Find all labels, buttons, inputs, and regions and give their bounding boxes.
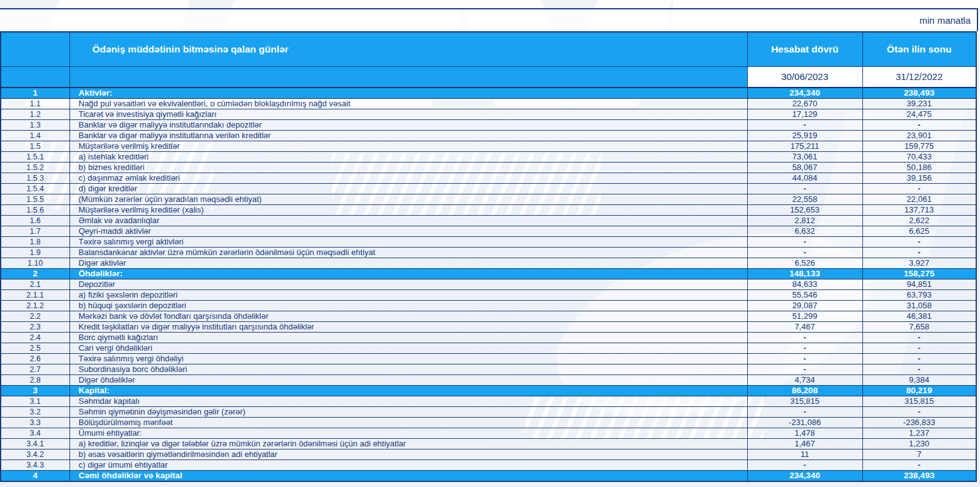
row-value-current: - [747, 343, 862, 354]
row-number: 1.5.6 [1, 205, 69, 216]
row-label: Depozitlər [69, 279, 747, 290]
row-value-current: - [747, 120, 862, 131]
row-value-previous: 31,058 [862, 301, 976, 311]
row-number: 1.4 [1, 131, 69, 141]
row-label: b) biznes kreditləri [69, 163, 747, 173]
row-label: Banklar və digər maliyyə institutlarında… [69, 120, 747, 131]
table-row: 2.7Subordinasiya borc öhdəlikləri-- [1, 364, 976, 375]
table-row: 3.2Səhmin qiymətinin dəyişməsindən gəlir… [1, 407, 976, 418]
row-value-current: 6,526 [747, 258, 862, 269]
row-number: 1.8 [1, 237, 69, 248]
row-value-current: 7,467 [747, 322, 862, 333]
row-value-current: - [747, 364, 862, 375]
header-cell-current-period: Hesabat dövrü [747, 32, 862, 66]
row-number: 3.2 [1, 407, 69, 418]
table-row: 1.5.1a) istehlak kreditləri73,06170,433 [1, 152, 976, 163]
row-number: 2 [1, 269, 69, 279]
row-value-previous: 2,622 [862, 216, 976, 226]
row-value-previous: - [862, 333, 976, 343]
row-value-previous: 158,275 [862, 269, 976, 279]
table-row: 2.1.2b) hüquqi şəxslərin depozitləri29,0… [1, 301, 976, 311]
row-label: (Mümkün zərərlər üçün yaradılan məqsədli… [69, 194, 747, 205]
row-value-previous: 7 [862, 449, 976, 460]
row-value-current: - [747, 354, 862, 364]
row-number: 1.5.3 [1, 173, 69, 184]
row-value-previous: - [862, 120, 976, 131]
row-label: Digər aktivlər [69, 258, 747, 269]
table-row: 3.4.3c) digər ümumi ehtiyatlar-- [1, 460, 976, 471]
row-value-current: 2,812 [747, 216, 862, 226]
table-row: 2.1Depozitlər84,63394,851 [1, 279, 976, 290]
row-label: Ticarət və investisiya qiymətli kağızlar… [69, 109, 747, 120]
row-value-current: 1,478 [747, 428, 862, 439]
row-number: 3.4.1 [1, 439, 69, 449]
row-number: 1.6 [1, 216, 69, 226]
table-row: 3.4.1a) kreditlər, lizinqlər və digər tə… [1, 439, 976, 449]
row-label: Müştərilərə verilmiş kreditlər [69, 141, 747, 152]
row-value-previous: 39,156 [862, 173, 976, 184]
row-value-previous: - [862, 354, 976, 364]
row-label: a) kreditlər, lizinqlər və digər tələblə… [69, 439, 747, 449]
row-value-current: 25,919 [747, 131, 862, 141]
row-label: Təxirə salınmış vergi öhdəliyi [69, 354, 747, 364]
section-row: 4Cəmi öhdəliklər və kapital234,340238,49… [1, 471, 976, 482]
row-label: Borc qiymətli kağızları [69, 333, 747, 343]
row-label: Subordinasiya borc öhdəlikləri [69, 364, 747, 375]
row-number: 3.4.3 [1, 460, 69, 471]
row-label: Bölüşdürülməmiş mənfəət [69, 418, 747, 428]
report-sheet: min manatla Ödəniş müddətinin bitməsinə … [0, 0, 980, 487]
row-value-previous: 70,433 [862, 152, 976, 163]
row-value-current: 175,211 [747, 141, 862, 152]
row-number: 3.4.2 [1, 449, 69, 460]
row-label: Digər öhdəliklər [69, 375, 747, 386]
row-label: a) fiziki şəxslərin depozitləri [69, 290, 747, 301]
row-value-previous: 137,713 [862, 205, 976, 216]
row-label: a) istehlak kreditləri [69, 152, 747, 163]
row-value-previous: 1,237 [862, 428, 976, 439]
row-number: 3.4 [1, 428, 69, 439]
row-value-current: 148,133 [747, 269, 862, 279]
section-row: 2Öhdəliklər:148,133158,275 [1, 269, 976, 279]
row-number: 2.4 [1, 333, 69, 343]
row-value-previous: - [862, 184, 976, 194]
row-value-previous: 46,381 [862, 311, 976, 322]
row-number: 2.2 [1, 311, 69, 322]
row-number: 1.5.5 [1, 194, 69, 205]
row-value-current: - [747, 460, 862, 471]
header-cell-blank [69, 66, 747, 88]
row-value-current: 1,467 [747, 439, 862, 449]
row-number: 2.3 [1, 322, 69, 333]
row-label: Səhmdar kapitalı [69, 396, 747, 407]
header-date-previous: 31/12/2022 [862, 66, 976, 88]
unit-bar: min manatla [0, 8, 978, 31]
table-row: 1.8Təxirə salınmış vergi aktivləri-- [1, 237, 976, 248]
row-value-current: 84,633 [747, 279, 862, 290]
table-row: 1.5.4d) digər kreditlər-- [1, 184, 976, 194]
row-value-previous: -236,833 [862, 418, 976, 428]
row-label: Kapital: [69, 386, 747, 396]
row-value-current: 234,340 [747, 471, 862, 482]
row-value-previous: 63,793 [862, 290, 976, 301]
row-number: 2.6 [1, 354, 69, 364]
row-value-previous: 23,901 [862, 131, 976, 141]
table-row: 2.8Digər öhdəliklər4,7349,384 [1, 375, 976, 386]
row-number: 1.1 [1, 99, 69, 109]
row-value-previous: 39,231 [862, 99, 976, 109]
row-label: Qeyri-maddi aktivlər [69, 226, 747, 237]
row-label: Səhmin qiymətinin dəyişməsindən gəlir (z… [69, 407, 747, 418]
row-number: 1.10 [1, 258, 69, 269]
table-row: 1.6Əmlak və avadanlıqlar2,8122,622 [1, 216, 976, 226]
row-value-current: 4,734 [747, 375, 862, 386]
section-row: 3Kapital:86,20880,219 [1, 386, 976, 396]
row-value-current: 51,299 [747, 311, 862, 322]
row-number: 2.1.1 [1, 290, 69, 301]
table-row: 1.5.6Müştərilərə verilmiş kreditlər (xal… [1, 205, 976, 216]
row-value-previous: 22,061 [862, 194, 976, 205]
table-row: 3.3Bölüşdürülməmiş mənfəət-231,086-236,8… [1, 418, 976, 428]
table-row: 3.4.2b) əsas vəsaitlərin qiymətləndirilm… [1, 449, 976, 460]
row-number: 4 [1, 471, 69, 482]
row-number: 1.3 [1, 120, 69, 131]
row-value-previous: - [862, 248, 976, 258]
row-value-previous: 50,186 [862, 163, 976, 173]
balance-table-header: Ödəniş müddətinin bitməsinə qalan günlər… [1, 32, 976, 88]
